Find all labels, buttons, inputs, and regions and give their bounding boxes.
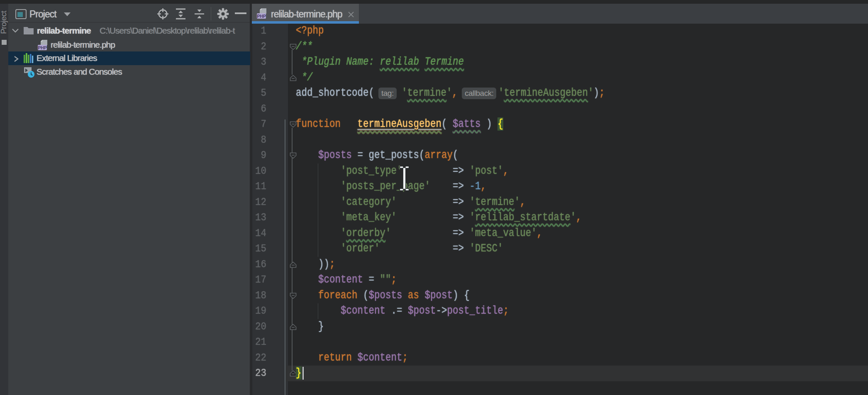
svg-text:PHP: PHP [257,14,266,19]
svg-text:PHP: PHP [38,45,47,50]
